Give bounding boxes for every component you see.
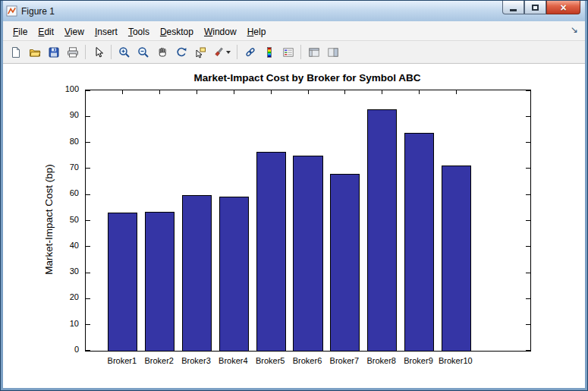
- link-plot-button[interactable]: [241, 43, 259, 61]
- zoom-in-icon: [118, 46, 130, 58]
- x-tick-mark: [456, 90, 457, 94]
- rotate-3d-icon: [175, 46, 187, 58]
- zoom-in-button[interactable]: [115, 43, 134, 61]
- rotate-3d-button[interactable]: [171, 43, 190, 61]
- y-tick-mark: [86, 273, 90, 273]
- print-figure-button[interactable]: [63, 43, 82, 61]
- x-tick-mark: [197, 90, 197, 94]
- hide-plot-tools-button[interactable]: [304, 43, 323, 61]
- insert-colorbar-icon: [263, 46, 275, 58]
- print-figure-icon: [67, 46, 79, 58]
- close-button[interactable]: ×: [546, 1, 580, 14]
- menu-file[interactable]: File: [8, 24, 33, 39]
- save-figure-button[interactable]: [44, 43, 63, 61]
- y-tick-mark: [86, 246, 90, 247]
- figure-window: Figure 1 × FileEditViewInsertToolsDeskto…: [0, 0, 588, 391]
- y-tick-label: 20: [47, 292, 79, 301]
- menu-edit[interactable]: Edit: [33, 24, 59, 39]
- toolbar-separator: [85, 45, 86, 59]
- y-tick-mark: [526, 298, 530, 299]
- bar-Broker1: [108, 213, 137, 351]
- y-tick-label: 90: [47, 110, 79, 119]
- menu-items: FileEditViewInsertToolsDesktopWindowHelp: [8, 24, 271, 38]
- pan-button[interactable]: [153, 43, 171, 61]
- bar-Broker7: [330, 174, 360, 351]
- y-tick-mark: [86, 220, 90, 221]
- show-plot-tools-icon: [327, 46, 339, 58]
- x-tick-mark: [122, 90, 123, 94]
- open-file-button[interactable]: [25, 43, 44, 61]
- y-tick-mark: [526, 116, 530, 117]
- y-tick-label: 100: [47, 84, 79, 93]
- link-plot-icon: [244, 46, 256, 58]
- menu-help[interactable]: Help: [242, 24, 272, 39]
- window-content: FileEditViewInsertToolsDesktopWindowHelp…: [3, 21, 585, 388]
- open-file-icon: [29, 46, 41, 58]
- menu-window[interactable]: Window: [199, 24, 242, 39]
- toolbar-separator: [237, 45, 237, 59]
- show-plot-tools-button[interactable]: [323, 43, 342, 61]
- y-tick-label: 60: [47, 188, 79, 197]
- brush-icon: [212, 46, 225, 58]
- menu-bar: FileEditViewInsertToolsDesktopWindowHelp…: [3, 21, 585, 41]
- menu-tools[interactable]: Tools: [123, 24, 155, 39]
- zoom-out-button[interactable]: [134, 43, 153, 61]
- bar-Broker9: [404, 133, 434, 351]
- data-cursor-button[interactable]: [190, 43, 209, 61]
- x-tick-mark: [271, 90, 272, 94]
- hide-plot-tools-icon: [308, 46, 320, 58]
- minimize-button[interactable]: [502, 1, 524, 14]
- y-tick-mark: [86, 168, 90, 169]
- y-tick-label: 40: [47, 241, 79, 250]
- save-figure-icon: [48, 46, 60, 58]
- x-tick-mark: [382, 90, 382, 94]
- figure-canvas: Market-Impact Cost by Broker for Symbol …: [3, 64, 585, 388]
- y-tick-label: 80: [47, 137, 79, 146]
- y-tick-label: 0: [47, 345, 79, 354]
- minimize-icon: [510, 9, 517, 11]
- menu-insert[interactable]: Insert: [90, 24, 123, 39]
- matlab-figure-icon: [6, 5, 17, 17]
- y-tick-mark: [526, 220, 530, 221]
- new-figure-button[interactable]: [6, 43, 25, 61]
- maximize-button[interactable]: [524, 1, 546, 14]
- y-tick-mark: [86, 90, 90, 91]
- chart-title: Market-Impact Cost by Broker for Symbol …: [85, 72, 530, 84]
- bar-Broker2: [145, 212, 175, 352]
- bar-Broker8: [367, 109, 397, 351]
- y-tick-mark: [86, 142, 90, 143]
- y-tick-mark: [526, 246, 530, 247]
- x-tick-mark: [308, 90, 309, 94]
- titlebar[interactable]: Figure 1 ×: [3, 1, 585, 21]
- insert-colorbar-button[interactable]: [259, 43, 278, 61]
- y-tick-mark: [86, 350, 90, 351]
- y-tick-mark: [526, 168, 530, 169]
- y-tick-label: 10: [47, 319, 79, 328]
- brush-dropdown-caret-icon[interactable]: [226, 51, 231, 54]
- edit-plot-button[interactable]: [89, 43, 108, 61]
- insert-legend-icon: [282, 46, 294, 58]
- menu-view[interactable]: View: [59, 24, 90, 39]
- plot-axes: [85, 90, 531, 352]
- y-tick-mark: [526, 194, 530, 195]
- zoom-out-icon: [137, 46, 149, 58]
- toolbar-separator: [111, 45, 112, 59]
- x-tick-mark: [234, 90, 234, 94]
- y-tick-mark: [526, 90, 530, 91]
- edit-plot-icon: [93, 46, 105, 58]
- menu-desktop[interactable]: Desktop: [155, 24, 199, 39]
- window-title: Figure 1: [21, 6, 55, 17]
- y-tick-mark: [526, 324, 530, 325]
- dock-figure-arrow-icon[interactable]: ↘: [571, 24, 578, 35]
- brush-button[interactable]: [209, 43, 234, 61]
- y-tick-mark: [526, 350, 530, 351]
- y-tick-label: 30: [47, 266, 79, 276]
- toolbar-separator: [300, 45, 301, 59]
- x-tick-label: Broker10: [425, 356, 486, 365]
- bar-Broker10: [442, 166, 471, 351]
- insert-legend-button[interactable]: [278, 43, 297, 61]
- bar-Broker3: [182, 195, 212, 351]
- close-icon: ×: [560, 2, 566, 13]
- y-tick-label: 70: [47, 162, 79, 172]
- data-cursor-icon: [194, 46, 206, 58]
